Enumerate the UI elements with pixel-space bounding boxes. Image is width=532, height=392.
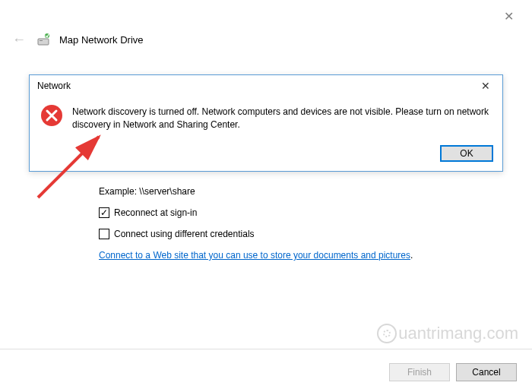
finish-button: Finish xyxy=(389,363,450,381)
cancel-button[interactable]: Cancel xyxy=(456,363,517,381)
svg-rect-2 xyxy=(40,40,43,41)
network-error-dialog: Network ✕ Network discovery is turned of… xyxy=(29,74,503,172)
watermark-logo-icon xyxy=(377,324,397,343)
svg-rect-0 xyxy=(38,39,49,45)
example-label: Example: \\server\share xyxy=(99,186,502,197)
wizard-header: ← Map Network Drive xyxy=(0,0,532,57)
footer-separator xyxy=(0,349,532,349)
ok-button[interactable]: OK xyxy=(440,145,493,162)
dialog-message: Network discovery is turned off. Network… xyxy=(72,104,492,131)
watermark: uantrimang.com xyxy=(377,324,518,343)
credentials-label: Connect using different credentials xyxy=(114,229,255,239)
reconnect-checkbox[interactable]: ✓ xyxy=(99,207,109,218)
dialog-titlebar: Network ✕ xyxy=(30,75,502,95)
reconnect-label: Reconnect at sign-in xyxy=(114,207,197,218)
wizard-footer: Finish Cancel xyxy=(389,354,517,381)
dialog-body: Network discovery is turned off. Network… xyxy=(30,95,502,138)
watermark-text: uantrimang.com xyxy=(398,324,518,343)
dialog-footer: OK xyxy=(30,138,502,171)
wizard-content: Example: \\server\share ✓ Reconnect at s… xyxy=(0,186,532,261)
window-close-icon[interactable]: ✕ xyxy=(504,9,514,24)
credentials-checkbox-row[interactable]: Connect using different credentials xyxy=(99,229,502,239)
website-link-row: Connect to a Web site that you can use t… xyxy=(99,250,502,261)
credentials-checkbox[interactable] xyxy=(99,229,109,239)
window-title: Map Network Drive xyxy=(59,34,144,46)
error-icon xyxy=(40,104,63,129)
connect-website-link[interactable]: Connect to a Web site that you can use t… xyxy=(99,250,410,261)
dialog-close-icon[interactable]: ✕ xyxy=(477,80,495,92)
network-drive-icon xyxy=(36,33,52,48)
reconnect-checkbox-row[interactable]: ✓ Reconnect at sign-in xyxy=(99,207,502,218)
dialog-title: Network xyxy=(37,81,71,91)
back-arrow-icon[interactable]: ← xyxy=(9,32,29,48)
